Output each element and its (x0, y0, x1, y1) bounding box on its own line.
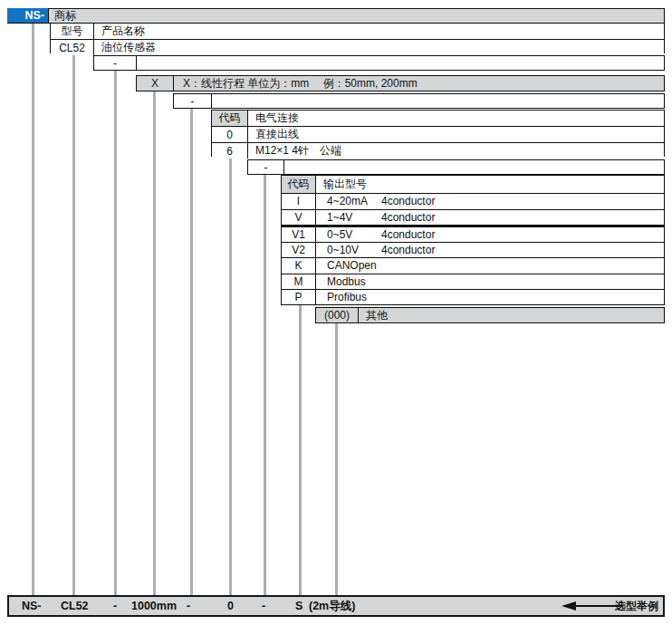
output-row-M-code: M (282, 274, 316, 289)
trademark-label: 商标 (49, 9, 664, 23)
electrical-row-6-label: M12×1 4针 公端 (248, 143, 664, 159)
output-row-V2-range: 0~10V (327, 244, 381, 256)
output-row-V2-code: V2 (282, 243, 316, 257)
output-row-V: V 1~4V4conductor (282, 210, 664, 227)
electrical-header-code: 代码 (212, 111, 248, 126)
stroke-description: X：线性行程 单位为：mm 例：50mm, 200mm (174, 76, 664, 91)
model-code: CL52 (51, 40, 94, 55)
model-table: 型号 产品名称 CL52 油位传感器 (50, 23, 665, 53)
selection-diagram: NS- 商标 型号 产品名称 CL52 油位传感器 - X X：线性行程 单位为… (0, 0, 672, 625)
other-row: (000) 其他 (315, 307, 665, 323)
example-seg-dash2: - (187, 597, 190, 615)
example-seg-dash3: - (262, 597, 265, 615)
connector-line-other (335, 323, 338, 595)
output-row-V1: V1 0~5V4conductor (282, 227, 664, 243)
other-row-label: 其他 (359, 308, 664, 322)
output-row-K: K CANOpen (282, 258, 664, 274)
output-row-I-range: 4~20mA (327, 195, 381, 207)
model-table-header: 型号 产品名称 (51, 24, 664, 40)
output-row-M-range: Modbus (327, 275, 381, 288)
connector-line-brand (32, 24, 34, 595)
dash-cell-3: - (248, 160, 284, 174)
electrical-row-0: 0 直接出线 (212, 127, 664, 143)
connector-line-model (72, 53, 75, 595)
output-header-title: 输出型号 (316, 176, 664, 193)
output-row-I: I 4~20mA4conductor (282, 194, 664, 209)
electrical-table-header: 代码 电气连接 (212, 111, 664, 127)
stroke-code: X (137, 76, 174, 91)
output-row-V-range: 1~4V (327, 211, 381, 224)
stroke-row: X X：线性行程 单位为：mm 例：50mm, 200mm (136, 75, 665, 91)
output-row-P-range: Profibus (327, 291, 381, 303)
dash-row-2-filler (212, 94, 664, 108)
connector-line-dash2 (190, 109, 193, 595)
electrical-row-0-label: 直接出线 (248, 127, 664, 142)
output-row-V2-detail: 4conductor (381, 244, 435, 256)
example-seg-output: S (295, 597, 302, 615)
example-seg-electrical: 0 (227, 597, 234, 615)
example-seg-cable: (2m导线) (309, 597, 355, 615)
connector-line-stroke (153, 91, 156, 595)
example-seg-dash1: - (113, 597, 117, 615)
example-seg-stroke: 1000mm (131, 597, 177, 615)
electrical-header-title: 电气连接 (248, 111, 664, 126)
model-header-col2: 产品名称 (94, 24, 664, 39)
dash-cell-1: - (94, 56, 137, 70)
dash-row-1-filler (137, 56, 664, 70)
output-table-header: 代码 输出型号 (282, 176, 664, 194)
output-row-M: M Modbus (282, 274, 664, 290)
output-row-K-code: K (282, 258, 316, 273)
example-bar: NS- CL52 - 1000mm - 0 - S (2m导线) 选型举例 (7, 595, 665, 617)
example-seg-model: CL52 (61, 597, 89, 615)
output-row-V-detail: 4conductor (381, 211, 435, 224)
electrical-row-6: 6 M12×1 4针 公端 (212, 143, 664, 159)
connector-line-electrical (229, 157, 232, 595)
model-table-row: CL52 油位传感器 (51, 40, 664, 55)
brand-badge: NS- (7, 8, 48, 24)
dash-cell-2: - (174, 94, 212, 108)
output-table: 代码 输出型号 I 4~20mA4conductor V 1~4V4conduc… (281, 175, 665, 305)
output-row-P-code: P (282, 290, 316, 304)
output-row-V1-range: 0~5V (327, 228, 381, 241)
output-row-I-code: I (282, 194, 316, 208)
trademark-row: 商标 (48, 8, 665, 24)
output-header-code: 代码 (282, 176, 316, 193)
connector-line-output (299, 305, 302, 595)
connector-line-dash3 (264, 175, 266, 595)
output-row-V2: V2 0~10V4conductor (282, 243, 664, 258)
model-header-col1: 型号 (51, 24, 94, 39)
output-row-V1-detail: 4conductor (381, 228, 435, 241)
output-row-V1-code: V1 (282, 227, 316, 242)
example-seg-brand: NS- (22, 597, 42, 615)
electrical-row-6-code: 6 (212, 143, 248, 159)
connector-line-dash1 (114, 71, 117, 595)
example-bar-caption: 选型举例 (615, 597, 658, 615)
dash-row-3-filler (284, 160, 664, 174)
dash-row-1: - (93, 55, 665, 71)
electrical-table: 代码 电气连接 0 直接出线 6 M12×1 4针 公端 (211, 110, 665, 157)
dash-row-2: - (173, 93, 665, 109)
output-row-V-code: V (282, 210, 316, 225)
output-row-P: P Profibus (282, 290, 664, 304)
output-row-I-detail: 4conductor (381, 195, 435, 207)
other-row-code: (000) (316, 308, 359, 322)
model-product-name: 油位传感器 (94, 40, 664, 55)
output-row-K-range: CANOpen (327, 259, 381, 272)
dash-row-3: - (247, 159, 665, 175)
electrical-row-0-code: 0 (212, 127, 248, 142)
brand-badge-label: NS- (24, 9, 44, 22)
